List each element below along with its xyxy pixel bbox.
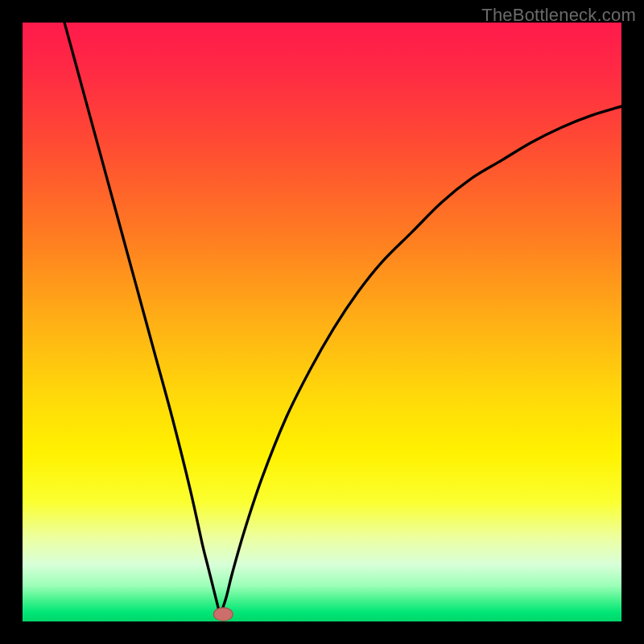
bottleneck-chart xyxy=(23,23,621,621)
gradient-background xyxy=(23,23,621,621)
chart-frame: TheBottleneck.com xyxy=(0,0,644,644)
optimum-marker xyxy=(213,608,233,621)
watermark-text: TheBottleneck.com xyxy=(481,5,636,26)
